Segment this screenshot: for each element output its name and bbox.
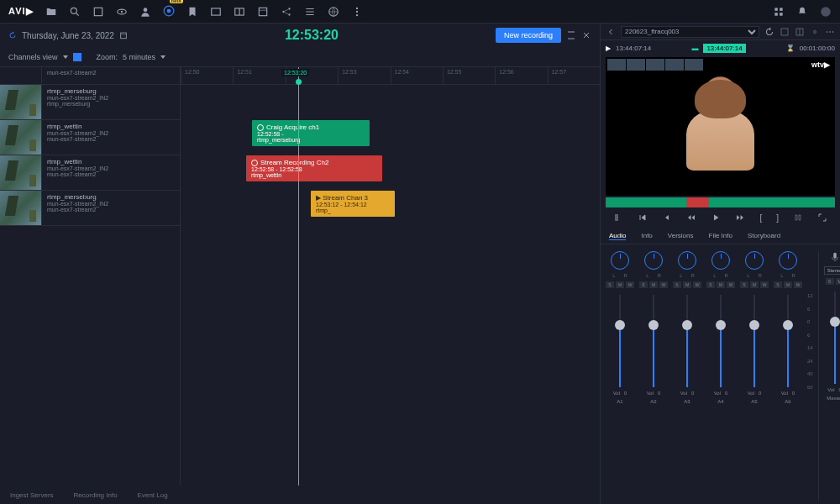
- settings-icon[interactable]: [810, 27, 820, 37]
- tab-event-log[interactable]: Event Log: [138, 491, 168, 499]
- pan-knob[interactable]: [678, 251, 696, 270]
- mic-icon[interactable]: [829, 251, 840, 263]
- clip-icon[interactable]: [92, 6, 104, 18]
- calendar-icon[interactable]: [119, 31, 128, 39]
- avatar-icon[interactable]: [820, 6, 832, 18]
- channel-row[interactable]: rtmp_merseburgmun-esx7-stream2_IN2rtmp_m…: [0, 85, 180, 120]
- recording-clip[interactable]: Craig Acquire ch1 12:52:58 - rtmp_merseb…: [252, 120, 370, 146]
- bell-icon[interactable]: [796, 6, 808, 18]
- timeline-grid[interactable]: 12:50 12:51 12:52 12:53 12:54 12:55 12:5…: [181, 67, 600, 486]
- pan-knob[interactable]: [779, 251, 797, 270]
- mute-button[interactable]: M: [616, 281, 624, 288]
- tab-file-info[interactable]: File Info: [709, 232, 732, 239]
- mute-button[interactable]: M: [784, 281, 792, 288]
- record-tool-icon[interactable]: [163, 5, 175, 18]
- tab-recording-info[interactable]: Recording Info: [74, 491, 118, 499]
- trim-icon[interactable]: [793, 213, 803, 223]
- fader[interactable]: [787, 295, 789, 387]
- playhead[interactable]: 12:53:20: [298, 67, 299, 486]
- recording-clip[interactable]: Stream Recording Ch2 12:52:58 - 12:52:58…: [246, 155, 382, 181]
- chevron-down-icon[interactable]: [160, 55, 165, 59]
- solo-button[interactable]: S: [826, 278, 834, 285]
- search-icon[interactable]: [69, 6, 81, 18]
- tab-ingest-servers[interactable]: Ingest Servers: [10, 491, 54, 499]
- solo-button[interactable]: S: [639, 281, 648, 288]
- channel-row[interactable]: rtmp_wettinmun-esx7-stream2_IN2mun-esx7-…: [0, 120, 180, 155]
- w-button[interactable]: W: [727, 281, 735, 288]
- recording-clip[interactable]: ▶ Stream Chan 3 12:53:12 - 12:54:12 rtmp…: [311, 191, 395, 217]
- refresh-icon[interactable]: [8, 31, 17, 39]
- w-button[interactable]: W: [794, 281, 802, 288]
- bracket-in-icon[interactable]: [: [759, 213, 762, 223]
- tab-versions[interactable]: Versions: [668, 232, 694, 239]
- fader[interactable]: [686, 295, 688, 387]
- more-icon[interactable]: [351, 6, 363, 18]
- collapse-icon[interactable]: [566, 30, 576, 40]
- fader[interactable]: [619, 295, 621, 387]
- share-icon[interactable]: [281, 6, 292, 18]
- step-back-icon[interactable]: [662, 213, 672, 223]
- eye-icon[interactable]: [116, 6, 128, 18]
- w-button[interactable]: W: [693, 281, 701, 288]
- tab-storyboard[interactable]: Storyboard: [748, 232, 780, 239]
- close-panel-icon[interactable]: [581, 30, 591, 40]
- scrub-bar[interactable]: [606, 197, 835, 207]
- mute-button[interactable]: M: [649, 281, 658, 288]
- clip-source: rtmp_wettin: [251, 172, 377, 178]
- bookmark-icon[interactable]: [186, 6, 198, 18]
- pan-knob[interactable]: [611, 251, 629, 270]
- w-button[interactable]: W: [626, 281, 634, 288]
- w-button[interactable]: W: [760, 281, 769, 288]
- pan-knob[interactable]: [644, 251, 663, 270]
- mute-button[interactable]: M: [717, 281, 725, 288]
- globe-icon[interactable]: [328, 6, 339, 18]
- channel-thumbnail: [0, 85, 42, 119]
- solo-button[interactable]: S: [706, 281, 715, 288]
- back-icon[interactable]: [606, 27, 616, 37]
- view-toggle[interactable]: [73, 53, 81, 61]
- refresh-icon[interactable]: [764, 27, 774, 37]
- list-icon[interactable]: [304, 6, 316, 18]
- channel-row[interactable]: rtmp_wettinmun-esx7-stream2_IN2mun-esx7-…: [0, 155, 180, 191]
- solo-button[interactable]: S: [774, 281, 782, 288]
- folder-icon[interactable]: [45, 6, 57, 18]
- apps-icon[interactable]: [773, 6, 785, 18]
- fader[interactable]: [653, 295, 654, 387]
- svg-rect-19: [774, 8, 778, 11]
- expand-icon[interactable]: [817, 213, 827, 223]
- rewind-icon[interactable]: [686, 213, 696, 223]
- w-button[interactable]: W: [659, 281, 668, 288]
- layout2-icon[interactable]: [795, 27, 805, 37]
- goto-start-icon[interactable]: [638, 213, 648, 223]
- asset-selector[interactable]: 220623_ftracq003: [621, 26, 759, 38]
- fader[interactable]: [753, 295, 755, 387]
- solo-button[interactable]: S: [673, 281, 681, 288]
- stereo-toggle[interactable]: Stereo: [824, 266, 840, 275]
- fader[interactable]: [720, 295, 722, 387]
- solo-button[interactable]: S: [740, 281, 748, 288]
- more-icon[interactable]: [825, 27, 835, 37]
- layout1-icon[interactable]: [780, 27, 790, 37]
- film-icon[interactable]: [257, 6, 269, 18]
- chevron-down-icon[interactable]: [63, 55, 68, 59]
- mute-button[interactable]: M: [836, 278, 840, 285]
- pan-knob[interactable]: [745, 251, 764, 270]
- new-recording-button[interactable]: New recording: [496, 28, 561, 43]
- mark-in-icon[interactable]: [613, 213, 623, 223]
- play-icon[interactable]: [711, 213, 721, 223]
- user-icon[interactable]: [139, 6, 151, 18]
- tab-info[interactable]: Info: [641, 232, 652, 239]
- tab-audio[interactable]: Audio: [609, 232, 626, 240]
- zoom-value[interactable]: 5 minutes: [123, 53, 155, 61]
- video-viewer[interactable]: wtv▶: [606, 57, 835, 196]
- bracket-out-icon[interactable]: ]: [776, 213, 779, 223]
- solo-button[interactable]: S: [606, 281, 614, 288]
- mute-button[interactable]: M: [683, 281, 691, 288]
- panel2-icon[interactable]: [234, 6, 245, 18]
- mute-button[interactable]: M: [750, 281, 759, 288]
- master-fader[interactable]: [834, 291, 836, 384]
- forward-icon[interactable]: [735, 213, 745, 223]
- channel-row[interactable]: rtmp_merseburgmun-esx7-stream2_IN2mun-es…: [0, 191, 180, 226]
- panel1-icon[interactable]: [210, 6, 222, 18]
- pan-knob[interactable]: [711, 251, 730, 270]
